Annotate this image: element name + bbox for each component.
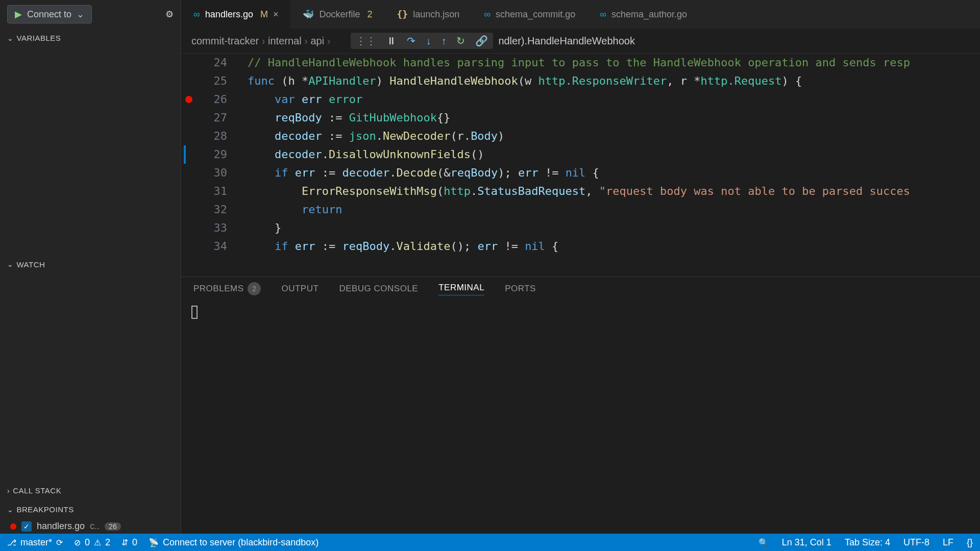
- antenna-icon: 📡: [149, 538, 159, 547]
- tab-output[interactable]: OUTPUT: [281, 284, 318, 294]
- code-line[interactable]: reqBody := GitHubWebhook{}: [248, 109, 910, 127]
- editor-tab-dockerfile[interactable]: Dockerfile 2: [290, 0, 384, 29]
- warning-count: 2: [105, 537, 110, 548]
- breakpoint-row[interactable]: ✓ handlers.go c.. 26: [0, 519, 181, 534]
- tab-problems[interactable]: PROBLEMS 2: [193, 282, 261, 295]
- status-bar: ⎇ master* ⟳ ⊘ 0 ⚠ 2 ⇵ 0 📡 Connect to ser…: [0, 534, 980, 551]
- status-connect[interactable]: 📡 Connect to server (blackbird-sandbox): [149, 537, 318, 548]
- code-line[interactable]: ErrorResponseWithMsg(http.StatusBadReque…: [248, 182, 910, 201]
- breakpoint-dot-icon: [10, 523, 16, 530]
- breakpoint-detail: c..: [90, 521, 100, 532]
- branch-name: master*: [20, 537, 52, 548]
- breakpoints-header[interactable]: ⌄ BREAKPOINTS: [0, 500, 181, 519]
- go-file-icon: [484, 9, 491, 20]
- editor-tab-launch-json[interactable]: launch.json: [384, 0, 472, 29]
- status-language[interactable]: {}: [967, 537, 973, 548]
- status-eol[interactable]: LF: [943, 537, 953, 548]
- code-line[interactable]: decoder.DisallowUnknownFields(): [248, 145, 910, 164]
- crumb-part[interactable]: commit-tracker: [191, 35, 259, 46]
- grip-icon[interactable]: ⋮⋮: [356, 35, 376, 47]
- workarea: handlers.go M × Dockerfile 2 launch.json…: [181, 0, 980, 534]
- watch-panel: ⌄ WATCH: [0, 255, 181, 482]
- watch-header[interactable]: ⌄ WATCH: [0, 255, 181, 274]
- status-ln-col[interactable]: Ln 31, Col 1: [782, 537, 831, 548]
- problems-label: PROBLEMS: [193, 284, 243, 294]
- zoom-icon[interactable]: 🔍: [758, 538, 769, 547]
- play-icon: ▶: [15, 9, 22, 20]
- tab-label: schema_commit.go: [496, 9, 575, 20]
- chevron-down-icon: ⌄: [7, 34, 14, 42]
- status-ports[interactable]: ⇵ 0: [121, 537, 137, 548]
- crumb-part[interactable]: internal: [268, 35, 302, 46]
- code-editor[interactable]: 2425262728293031323334 // HandleHandleWe…: [181, 54, 980, 277]
- terminal-body[interactable]: [181, 300, 980, 534]
- breadcrumb-bar: commit-tracker › internal › api › ⋮⋮ ⏸ ↷…: [181, 29, 980, 54]
- breakpoint-file: handlers.go: [37, 521, 85, 532]
- terminal-cursor: [191, 306, 198, 319]
- tab-ports[interactable]: PORTS: [505, 284, 536, 294]
- chevron-down-icon: ⌄: [7, 260, 14, 268]
- code-line[interactable]: func (h *APIHandler) HandleHandleWebhook…: [248, 72, 910, 90]
- code-line[interactable]: var err error: [248, 90, 910, 109]
- link-icon[interactable]: 🔗: [475, 35, 488, 47]
- restart-icon[interactable]: ↻: [456, 35, 465, 47]
- variables-title: VARIABLES: [17, 34, 61, 42]
- ports-count: 0: [132, 537, 137, 548]
- tab-terminal[interactable]: TERMINAL: [438, 283, 484, 295]
- error-count: 0: [85, 537, 90, 548]
- step-over-icon[interactable]: ↷: [407, 35, 415, 47]
- breakpoint-checkbox[interactable]: ✓: [21, 521, 32, 532]
- tab-debug-console[interactable]: DEBUG CONSOLE: [339, 284, 418, 294]
- ports-icon: ⇵: [121, 538, 128, 547]
- debug-toolbar: ⋮⋮ ⏸ ↷ ↓ ↑ ↻ 🔗: [351, 33, 493, 49]
- chevron-down-icon: ⌄: [77, 9, 84, 20]
- problems-badge: 2: [248, 282, 261, 295]
- status-branch[interactable]: ⎇ master* ⟳: [7, 537, 63, 548]
- status-problems[interactable]: ⊘ 0 ⚠ 2: [74, 537, 110, 548]
- code-line[interactable]: if err := decoder.Decode(&reqBody); err …: [248, 164, 910, 182]
- branch-icon: ⎇: [7, 538, 16, 547]
- debug-console-label: DEBUG CONSOLE: [339, 284, 418, 294]
- code-area[interactable]: // HandleHandleWebhook handles parsing i…: [242, 54, 910, 277]
- variables-header[interactable]: ⌄ VARIABLES: [0, 29, 181, 47]
- debug-launch-bar: ▶ Connect to ⌄ ⚙: [0, 0, 181, 29]
- code-line[interactable]: decoder := json.NewDecoder(r.Body): [248, 127, 910, 145]
- editor-tab-schema_commit-go[interactable]: schema_commit.go: [472, 0, 587, 29]
- start-debug-button[interactable]: ▶ Connect to ⌄: [7, 5, 92, 23]
- editor-tabs: handlers.go M × Dockerfile 2 launch.json…: [181, 0, 980, 29]
- variables-panel: ⌄ VARIABLES: [0, 29, 181, 255]
- tab-label: handlers.go: [205, 9, 253, 20]
- crumb-part[interactable]: api: [310, 35, 324, 46]
- close-icon[interactable]: ×: [273, 9, 279, 20]
- code-line[interactable]: }: [248, 219, 910, 237]
- status-encoding[interactable]: UTF-8: [903, 537, 929, 548]
- step-into-icon[interactable]: ↓: [426, 35, 431, 47]
- status-tab-size[interactable]: Tab Size: 4: [845, 537, 890, 548]
- breakpoints-title: BREAKPOINTS: [17, 505, 74, 514]
- code-line[interactable]: return: [248, 201, 910, 219]
- editor-tab-handlers-go[interactable]: handlers.go M ×: [181, 0, 290, 29]
- go-file-icon: [193, 9, 200, 20]
- tab-modifier: 2: [367, 9, 372, 20]
- code-line[interactable]: // HandleHandleWebhook handles parsing i…: [248, 54, 910, 72]
- callstack-header[interactable]: › CALL STACK: [0, 481, 181, 500]
- gear-icon[interactable]: ⚙: [165, 9, 174, 20]
- sync-icon[interactable]: ⟳: [56, 538, 63, 547]
- breadcrumb-symbol[interactable]: ndler).HandleHandleWebhook: [498, 35, 635, 47]
- breakpoint-line: 26: [105, 522, 121, 531]
- terminal-label: TERMINAL: [438, 283, 484, 293]
- output-label: OUTPUT: [281, 284, 318, 294]
- breakpoint-dot-icon[interactable]: [185, 96, 192, 103]
- watch-title: WATCH: [17, 260, 45, 269]
- error-icon: ⊘: [74, 538, 81, 547]
- step-out-icon[interactable]: ↑: [441, 35, 446, 47]
- code-line[interactable]: if err := reqBody.Validate(); err != nil…: [248, 237, 910, 256]
- breakpoint-gutter[interactable]: [181, 54, 197, 277]
- tab-label: Dockerfile: [319, 9, 360, 20]
- debug-config-label: Connect to: [27, 9, 71, 20]
- pause-icon[interactable]: ⏸: [386, 35, 397, 47]
- breadcrumb[interactable]: commit-tracker › internal › api ›: [191, 35, 330, 47]
- editor-tab-schema_author-go[interactable]: schema_author.go: [587, 0, 699, 29]
- go-file-icon: [600, 9, 606, 20]
- connect-label: Connect to server (blackbird-sandbox): [163, 537, 318, 548]
